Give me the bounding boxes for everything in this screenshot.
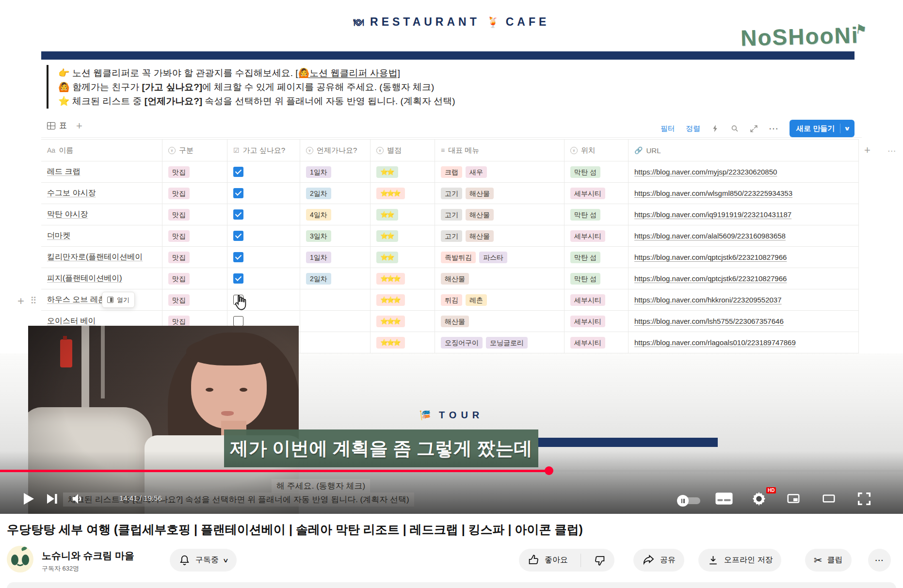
day-tag: 2일차 xyxy=(306,273,331,285)
channel-avatar[interactable] xyxy=(7,546,33,572)
table-cell: 2일차 xyxy=(300,268,371,289)
url-link[interactable]: https://blog.naver.com/alal5609/22316098… xyxy=(634,232,786,240)
progress-scrubber[interactable] xyxy=(545,466,553,475)
location-tag: 막탄 섬 xyxy=(570,209,600,221)
callout-link[interactable]: [🙆노션 웹클리퍼 사용법] xyxy=(295,68,400,78)
row-title[interactable]: 레드 크랩 xyxy=(47,167,80,177)
fullscreen-button[interactable] xyxy=(855,491,874,507)
filter-button[interactable]: 필터 xyxy=(661,124,675,133)
table-cell: 해산물 xyxy=(435,268,564,289)
table-row[interactable]: 하우스 오브 레촌맛집⭐⭐⭐튀김레촌세부시티https://blog.naver… xyxy=(41,289,859,311)
want-to-go-checkbox[interactable] xyxy=(233,316,243,326)
table-row[interactable]: 더마켓맛집3일차⭐⭐고기해산물세부시티https://blog.naver.co… xyxy=(41,225,859,247)
chevron-down-icon[interactable]: ∨ xyxy=(844,125,851,132)
column-header-select[interactable]: ∨구분 xyxy=(162,140,227,161)
column-header-link[interactable]: 🔗URL xyxy=(629,140,859,161)
location-tag: 막탄 섬 xyxy=(570,166,600,178)
video-player[interactable]: 🍽 RESTAURANT 🍹 CAFE NoSHooNi⚑ 👉 노션 웹클리퍼로… xyxy=(0,0,903,514)
add-view-button[interactable]: + xyxy=(76,120,82,132)
column-header-multi[interactable]: ≡대표 메뉴 xyxy=(435,140,564,161)
table-cell: ⭐⭐ xyxy=(371,161,435,182)
category-tag: 맛집 xyxy=(168,316,190,327)
theater-mode-button[interactable] xyxy=(820,492,838,506)
table-cell: https://blog.naver.com/wlsgml850/2232259… xyxy=(629,183,859,204)
table-row[interactable]: 피지(플랜테이션베이)맛집2일차⭐⭐⭐해산물막탄 섬https://blog.n… xyxy=(41,268,859,289)
next-button[interactable] xyxy=(45,492,59,506)
row-title[interactable]: 킬리만자로(플랜테이션베이 xyxy=(47,252,143,262)
url-link[interactable]: https://blog.naver.com/iq9191919/2232104… xyxy=(634,210,791,219)
miniplayer-button[interactable] xyxy=(785,492,802,506)
table-cell: 수그보 야시장 xyxy=(41,183,162,204)
url-link[interactable]: https://blog.naver.com/hkkroni/223209552… xyxy=(634,296,782,304)
url-link[interactable]: https://blog.naver.com/lsh5755/223067357… xyxy=(634,317,784,325)
url-link[interactable]: https://blog.naver.com/rlagoals010/22318… xyxy=(634,338,796,347)
url-link[interactable]: https://blog.naver.com/qptcjstk6/2232108… xyxy=(634,274,787,283)
callout-line: 👉 노션 웹클리퍼로 꼭 가봐야 할 관광지를 수집해보세요. [🙆노션 웹클리… xyxy=(58,66,689,80)
lightning-icon[interactable] xyxy=(711,124,720,133)
subscribed-button[interactable]: 구독중 ∨ xyxy=(170,549,237,572)
row-title[interactable]: 막탄 야시장 xyxy=(47,209,88,220)
table-cell: 1일차 xyxy=(300,161,371,182)
drag-handle-icon[interactable]: ⠿ xyxy=(30,295,36,306)
table-row[interactable]: 킬리만자로(플랜테이션베이맛집1일차⭐⭐족발튀김파스타막탄 섬https://b… xyxy=(41,247,859,268)
want-to-go-checkbox[interactable] xyxy=(233,273,243,284)
table-row[interactable]: 레드 크랩맛집1일차⭐⭐크랩새우막탄 섬https://blog.naver.c… xyxy=(41,161,859,183)
callout-line: 🙆 함께가는 친구가 [가고 싶나요?]에 체크할 수 있게 페이지를 공유해 … xyxy=(58,80,689,94)
table-view-icon xyxy=(47,122,55,129)
open-row-button[interactable]: 열기 xyxy=(102,292,135,308)
want-to-go-checkbox[interactable] xyxy=(233,252,243,262)
row-title[interactable]: 더마켓 xyxy=(47,231,70,241)
clip-button[interactable]: ✂ 클립 xyxy=(805,549,852,572)
new-page-button[interactable]: 새로 만들기 ∨ xyxy=(790,120,855,137)
want-to-go-checkbox[interactable] xyxy=(233,231,243,241)
column-header-text[interactable]: Aa이름 xyxy=(41,140,162,161)
settings-button[interactable] xyxy=(751,491,767,507)
column-header-select[interactable]: ∨별점 xyxy=(371,140,435,161)
progress-bar-remaining[interactable] xyxy=(549,470,903,472)
column-header-select[interactable]: ∨위치 xyxy=(564,140,629,161)
dislike-button[interactable] xyxy=(586,549,614,572)
table-cell: ⭐⭐ xyxy=(371,247,435,268)
row-title[interactable]: 오이스터 베이 xyxy=(47,316,96,326)
column-options-icon[interactable]: ⋯ xyxy=(887,146,896,156)
table-cell: https://blog.naver.com/qptcjstk6/2232108… xyxy=(629,268,859,289)
sort-button[interactable]: 정렬 xyxy=(686,124,700,133)
want-to-go-checkbox[interactable] xyxy=(233,209,243,220)
table-cell: 맛집 xyxy=(162,204,227,225)
row-title[interactable]: 피지(플랜테이션베이) xyxy=(47,273,122,284)
column-header-select[interactable]: ∨언제가나요? xyxy=(300,140,371,161)
want-to-go-checkbox[interactable] xyxy=(233,167,243,177)
menu-tag: 해산물 xyxy=(466,209,494,221)
share-button[interactable]: 공유 xyxy=(633,549,684,572)
menu-tag: 새우 xyxy=(466,166,487,178)
row-title[interactable]: 수그보 야시장 xyxy=(47,188,96,198)
offline-save-button[interactable]: 오프라인 저장 xyxy=(698,549,781,572)
tropical-drink-icon: 🍹 xyxy=(486,16,499,28)
table-row[interactable]: 막탄 야시장맛집4일차⭐⭐고기해산물막탄 섬https://blog.naver… xyxy=(41,204,859,225)
expand-icon[interactable] xyxy=(750,125,758,133)
column-header-checkbox[interactable]: ☑가고 싶나요? xyxy=(227,140,300,161)
toggle-knob xyxy=(677,495,689,507)
like-button[interactable]: 좋아요 xyxy=(519,549,576,572)
want-to-go-checkbox[interactable] xyxy=(233,188,243,198)
channel-name[interactable]: 노슈니와 슈크림 마을 xyxy=(42,549,134,562)
more-options-icon[interactable]: ⋯ xyxy=(769,123,779,134)
row-title[interactable]: 하우스 오브 레촌 xyxy=(47,295,106,305)
description-box[interactable] xyxy=(7,582,896,588)
table-row[interactable]: 수그보 야시장맛집2일차⭐⭐⭐고기해산물세부시티https://blog.nav… xyxy=(41,183,859,204)
search-icon[interactable] xyxy=(730,124,739,133)
subtitles-button[interactable] xyxy=(715,492,733,505)
autoplay-toggle[interactable] xyxy=(677,495,702,507)
add-column-button[interactable]: + xyxy=(864,144,871,157)
table-cell: 막탄 섬 xyxy=(564,161,629,182)
row-add-icon[interactable]: + xyxy=(17,294,24,308)
url-link[interactable]: https://blog.naver.com/myjsp/22323062085… xyxy=(634,168,777,176)
more-actions-button[interactable]: ⋯ xyxy=(868,549,891,572)
play-button[interactable] xyxy=(19,490,37,508)
progress-bar-played[interactable] xyxy=(0,470,549,472)
volume-icon[interactable] xyxy=(71,492,85,506)
url-link[interactable]: https://blog.naver.com/qptcjstk6/2232108… xyxy=(634,253,787,261)
tab-table-view[interactable]: 표 xyxy=(47,121,67,134)
url-link[interactable]: https://blog.naver.com/wlsgml850/2232259… xyxy=(634,189,792,197)
table-cell: https://blog.naver.com/alal5609/22316098… xyxy=(629,225,859,246)
